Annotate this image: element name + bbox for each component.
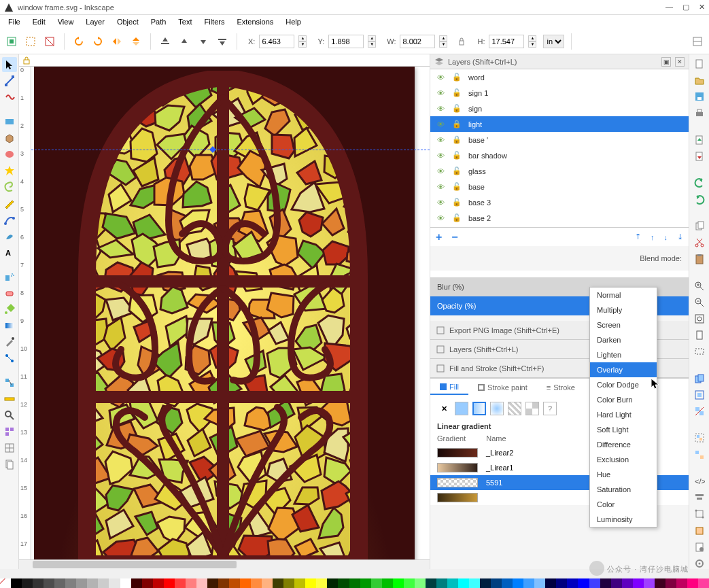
menu-help[interactable]: Help bbox=[280, 16, 307, 27]
coord-x-input[interactable] bbox=[259, 35, 294, 48]
paint-pattern-button[interactable] bbox=[508, 402, 521, 415]
blend-mode-option[interactable]: Hue bbox=[590, 467, 657, 482]
layer-row[interactable]: 👁🔓bar shadow bbox=[430, 148, 689, 163]
palette-swatch[interactable] bbox=[316, 578, 327, 588]
palette-swatch[interactable] bbox=[186, 578, 196, 588]
coord-x-down[interactable]: ▼ bbox=[298, 41, 307, 48]
pencil-tool[interactable] bbox=[2, 196, 17, 211]
blend-mode-option[interactable]: Hard Light bbox=[590, 407, 657, 422]
palette-none[interactable] bbox=[0, 578, 11, 588]
palette-swatch[interactable] bbox=[22, 578, 33, 588]
layer-row[interactable]: 👁🔓base 2 bbox=[430, 210, 689, 226]
clone-icon[interactable] bbox=[693, 390, 706, 400]
layer-name[interactable]: base ' bbox=[468, 136, 488, 144]
cut-icon[interactable] bbox=[693, 237, 706, 248]
layer-to-bottom-button[interactable]: ⤓ bbox=[677, 232, 683, 241]
palette-swatch[interactable] bbox=[251, 578, 262, 588]
blend-mode-option[interactable]: Color bbox=[590, 497, 657, 512]
lower-icon[interactable] bbox=[196, 34, 211, 49]
node-tool[interactable] bbox=[2, 73, 17, 88]
layer-name[interactable]: light bbox=[468, 120, 482, 128]
guide-anchor-icon[interactable] bbox=[209, 146, 216, 153]
palette-swatch[interactable] bbox=[273, 578, 283, 588]
coord-y-down[interactable]: ▼ bbox=[368, 41, 376, 48]
layer-down-button[interactable]: ↓ bbox=[664, 233, 668, 241]
layer-name[interactable]: bar shadow bbox=[468, 152, 507, 160]
text-tool[interactable]: A bbox=[2, 245, 17, 260]
layer-row[interactable]: 👁🔒base ' bbox=[430, 132, 689, 148]
paint-swatch-button[interactable] bbox=[525, 402, 539, 415]
palette-swatch[interactable] bbox=[491, 578, 502, 588]
blend-mode-option[interactable]: Screen bbox=[590, 317, 657, 332]
layer-lock-icon[interactable]: 🔓 bbox=[452, 73, 462, 82]
palette-swatch[interactable] bbox=[502, 578, 513, 588]
unit-select[interactable]: in bbox=[543, 35, 564, 48]
layer-name[interactable]: sign 1 bbox=[468, 89, 488, 97]
xml-editor-icon[interactable]: </> bbox=[693, 476, 706, 487]
add-layer-button[interactable]: + bbox=[436, 231, 442, 243]
star-tool[interactable] bbox=[2, 163, 17, 178]
select-all-layers-icon[interactable] bbox=[4, 34, 19, 49]
flip-h-icon[interactable] bbox=[109, 34, 124, 49]
layer-up-button[interactable]: ↑ bbox=[651, 233, 655, 241]
palette-swatch[interactable] bbox=[622, 578, 633, 588]
palette-swatch[interactable] bbox=[480, 578, 491, 588]
object-properties-icon[interactable] bbox=[693, 525, 706, 536]
blend-mode-option[interactable]: Lighten bbox=[590, 347, 657, 362]
palette-swatch[interactable] bbox=[676, 578, 687, 588]
transform-affect-icon[interactable] bbox=[690, 34, 705, 49]
preferences-icon[interactable] bbox=[693, 558, 706, 569]
layer-to-top-button[interactable]: ⤒ bbox=[635, 232, 641, 241]
select-all-icon[interactable] bbox=[23, 34, 38, 49]
menu-path[interactable]: Path bbox=[145, 16, 172, 27]
palette-swatch[interactable] bbox=[382, 578, 393, 588]
align-icon[interactable] bbox=[693, 492, 706, 503]
palette-swatch[interactable] bbox=[469, 578, 480, 588]
palette-swatch[interactable] bbox=[338, 578, 349, 588]
palette-swatch[interactable] bbox=[196, 578, 207, 588]
palette-swatch[interactable] bbox=[436, 578, 447, 588]
layer-name[interactable]: sign bbox=[468, 105, 482, 113]
coord-h-down[interactable]: ▼ bbox=[528, 41, 536, 48]
layer-lock-icon[interactable]: 🔓 bbox=[452, 182, 462, 191]
blend-mode-option[interactable]: Color Burn bbox=[590, 392, 657, 407]
paint-linear-button[interactable] bbox=[472, 402, 486, 415]
menu-filters[interactable]: Filters bbox=[199, 16, 230, 27]
document-properties-icon[interactable] bbox=[693, 542, 706, 553]
zoom-fit-icon[interactable] bbox=[693, 313, 706, 324]
blend-mode-dropdown[interactable]: NormalMultiplyScreenDarkenLightenOverlay… bbox=[589, 287, 657, 528]
undo-icon[interactable] bbox=[693, 177, 706, 188]
layer-lock-icon[interactable]: 🔓 bbox=[452, 167, 462, 175]
zoom-page-icon[interactable] bbox=[693, 330, 706, 341]
layer-lock-icon[interactable]: 🔓 bbox=[452, 151, 462, 160]
layers-close-button[interactable]: ✕ bbox=[675, 57, 685, 67]
pages-tool[interactable] bbox=[2, 457, 17, 472]
palette-swatch[interactable] bbox=[687, 578, 698, 588]
palette-swatch[interactable] bbox=[240, 578, 251, 588]
palette-swatch[interactable] bbox=[393, 578, 404, 588]
menu-object[interactable]: Object bbox=[111, 16, 144, 27]
spray-tool[interactable] bbox=[2, 269, 17, 284]
palette-swatch[interactable] bbox=[164, 578, 175, 588]
close-button[interactable]: ✕ bbox=[699, 3, 705, 12]
coord-y-input[interactable] bbox=[328, 35, 364, 48]
color-palette[interactable] bbox=[0, 578, 709, 588]
zoom-tool[interactable] bbox=[2, 408, 17, 423]
palette-swatch[interactable] bbox=[349, 578, 360, 588]
layer-visibility-icon[interactable]: 👁 bbox=[436, 105, 445, 113]
layer-lock-icon[interactable]: 🔓 bbox=[452, 213, 462, 222]
layer-visibility-icon[interactable]: 👁 bbox=[436, 152, 445, 160]
export-icon[interactable] bbox=[693, 151, 706, 162]
ungroup-icon[interactable] bbox=[693, 449, 706, 460]
horizontal-guide[interactable] bbox=[31, 150, 430, 150]
new-document-icon[interactable] bbox=[693, 58, 706, 69]
group-icon[interactable] bbox=[693, 432, 706, 443]
ruler-horizontal[interactable] bbox=[19, 54, 430, 67]
blend-mode-option[interactable]: Multiply bbox=[590, 302, 657, 317]
palette-swatch[interactable] bbox=[556, 578, 567, 588]
paste-icon[interactable] bbox=[693, 254, 706, 264]
layer-visibility-icon[interactable]: 👁 bbox=[436, 136, 445, 144]
palette-swatch[interactable] bbox=[458, 578, 469, 588]
palette-swatch[interactable] bbox=[633, 578, 644, 588]
blend-mode-option[interactable]: Difference bbox=[590, 437, 657, 452]
